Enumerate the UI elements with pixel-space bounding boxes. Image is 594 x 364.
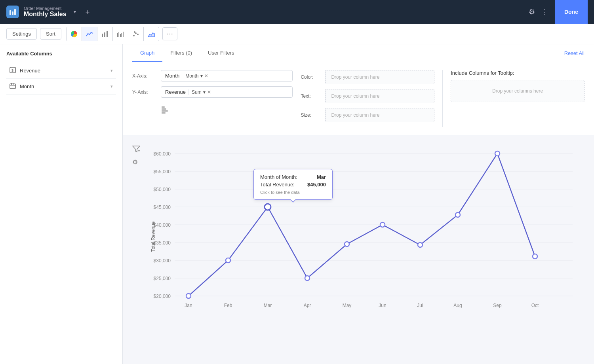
y-axis-field[interactable]: Revenue Sum ▾ ✕ (161, 86, 293, 98)
svg-rect-5 (107, 31, 108, 37)
revenue-label: Revenue (20, 68, 40, 74)
more-icon[interactable]: ⋮ (541, 8, 548, 16)
svg-rect-8 (120, 34, 121, 37)
header-right: ⚙ ⋮ Done (529, 0, 588, 24)
toolbar: Settings Sort ⋯ (0, 24, 594, 44)
chart-type-buttons (66, 27, 159, 41)
x-field-select-value: Month (185, 73, 198, 79)
add-tab-icon[interactable]: ＋ (84, 7, 91, 17)
revenue-chevron-icon: ▾ (110, 68, 113, 73)
y-field-name: Revenue (165, 89, 186, 95)
x-field-remove-icon[interactable]: ✕ (204, 73, 208, 79)
svg-text:Jul: Jul (417, 303, 423, 308)
app-title: Monthly Sales (24, 11, 67, 18)
text-drop[interactable]: Drop your column here (325, 89, 434, 103)
settings-button[interactable]: Settings (6, 28, 37, 40)
axes-config: X-Axis: Month Month ▾ ✕ Y- Axis: (132, 70, 293, 127)
x-field-chevron-icon: ▾ (200, 73, 203, 79)
svg-rect-17 (10, 84, 15, 89)
data-point-oct[interactable] (533, 254, 537, 259)
svg-rect-2 (14, 9, 16, 15)
data-point-sep[interactable] (495, 151, 500, 156)
svg-rect-23 (162, 110, 168, 112)
svg-text:Jun: Jun (379, 303, 386, 308)
x-field-name: Month (165, 73, 179, 79)
revenue-icon: $ (10, 67, 16, 74)
svg-rect-6 (117, 33, 118, 37)
y-field-remove-icon[interactable]: ✕ (207, 89, 211, 95)
settings-icon[interactable]: ⚙ (529, 8, 535, 16)
svg-point-14 (134, 31, 135, 33)
pie-chart-btn[interactable] (67, 27, 82, 41)
title-chevron-icon[interactable]: ▾ (74, 9, 76, 15)
text-row: Text: Drop your column here (301, 89, 434, 103)
scatter-btn[interactable] (128, 27, 144, 41)
tooltip-drop-area[interactable]: Drop your columns here (451, 80, 584, 102)
color-drop[interactable]: Drop your column here (325, 70, 434, 84)
svg-text:May: May (343, 303, 352, 308)
area-chart-btn[interactable] (144, 27, 159, 41)
header-title-group: Order Management Monthly Sales (24, 6, 67, 18)
svg-rect-1 (12, 11, 13, 15)
x-axis-label: X-Axis: (132, 73, 156, 79)
x-axis-field[interactable]: Month Month ▾ ✕ (161, 70, 293, 82)
grouped-bar-btn[interactable] (113, 27, 128, 41)
tab-filters[interactable]: Filters (0) (162, 44, 200, 62)
month-chevron-icon: ▾ (110, 84, 113, 89)
more-options-btn[interactable]: ⋯ (162, 27, 177, 40)
data-point-may[interactable] (345, 242, 349, 246)
svg-text:Total Revenue: Total Revenue (150, 221, 156, 252)
line-chart-btn[interactable] (82, 27, 97, 41)
svg-text:Aug: Aug (453, 303, 462, 308)
bar-chart-btn[interactable] (97, 27, 113, 41)
gear-icon[interactable]: ⚙ (132, 158, 140, 166)
data-point-jun[interactable] (380, 222, 385, 227)
x-field-select[interactable]: Month ▾ ✕ (182, 73, 208, 79)
svg-text:Apr: Apr (304, 303, 311, 308)
svg-text:Oct: Oct (531, 303, 539, 308)
header-left: Order Management Monthly Sales ▾ ＋ (6, 6, 91, 18)
x-axis-row: X-Axis: Month Month ▾ ✕ (132, 70, 293, 82)
data-point-apr[interactable] (305, 276, 310, 281)
data-point-jan[interactable] (186, 294, 191, 298)
filter-add-icon[interactable] (132, 145, 140, 154)
data-point-aug[interactable] (455, 212, 460, 217)
chart-controls: ⚙ (132, 145, 140, 166)
svg-rect-22 (162, 108, 166, 110)
svg-rect-7 (118, 32, 119, 37)
color-row: Color: Drop your column here (301, 70, 434, 84)
svg-text:$45,000: $45,000 (154, 205, 171, 210)
size-label: Size: (301, 112, 320, 118)
app-header: Order Management Monthly Sales ▾ ＋ ⚙ ⋮ D… (0, 0, 594, 24)
sort-button[interactable]: Sort (40, 28, 61, 40)
data-point-mar[interactable] (265, 204, 271, 210)
app-logo (6, 6, 19, 18)
svg-text:$55,000: $55,000 (154, 169, 171, 174)
size-drop[interactable]: Drop your column here (325, 108, 434, 122)
svg-text:$: $ (11, 68, 13, 72)
svg-text:$50,000: $50,000 (154, 187, 171, 192)
svg-rect-4 (104, 32, 105, 37)
sidebar-item-revenue[interactable]: $ Revenue ▾ (6, 63, 116, 79)
svg-text:Sep: Sep (493, 303, 502, 308)
data-point-feb[interactable] (226, 258, 230, 263)
data-point-jul[interactable] (418, 243, 423, 247)
y-axis-row: Y- Axis: Revenue Sum ▾ ✕ (132, 86, 293, 98)
svg-text:$30,000: $30,000 (154, 258, 171, 264)
svg-rect-9 (121, 33, 122, 37)
svg-text:$60,000: $60,000 (154, 151, 171, 157)
y-field-select[interactable]: Sum ▾ ✕ (188, 89, 211, 95)
y-axis-label: Y- Axis: (132, 89, 156, 95)
month-label: Month (20, 83, 34, 89)
sidebar-title: Available Columns (6, 51, 116, 57)
sidebar: Available Columns $ Revenue ▾ Month ▾ (0, 44, 123, 364)
sidebar-item-month[interactable]: Month ▾ (6, 79, 116, 95)
tooltip-config-title: Include Columns for Tooltip: (451, 70, 584, 76)
svg-point-12 (135, 32, 137, 34)
done-button[interactable]: Done (555, 0, 588, 24)
tab-graph[interactable]: Graph (132, 44, 162, 62)
tab-user-filters[interactable]: User Filters (200, 44, 242, 62)
text-label: Text: (301, 93, 320, 99)
svg-point-13 (137, 34, 139, 35)
reset-all-button[interactable]: Reset All (564, 50, 584, 56)
